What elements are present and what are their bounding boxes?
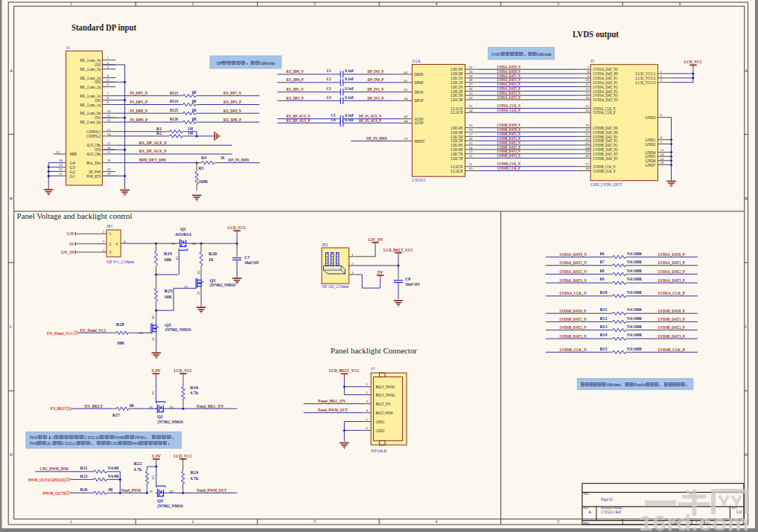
- svg-text:1K: 1K: [208, 257, 214, 262]
- svg-text:PWM: PWM: [30, 441, 37, 446]
- svg-text:RX_DP_AUX_P: RX_DP_AUX_P: [139, 140, 167, 145]
- svg-text:DP1P: DP1P: [415, 98, 424, 103]
- svg-text:ML_Lane_2p: ML_Lane_2p: [80, 85, 101, 89]
- svg-text:Hot_Det: Hot_Det: [86, 161, 101, 165]
- svg-text:CON_LVDS_OUT: CON_LVDS_OUT: [590, 182, 622, 187]
- svg-text:LVDSA_DAT3_P: LVDSA_DAT3_P: [497, 94, 520, 100]
- svg-text:5: 5: [557, 519, 559, 524]
- svg-text:1: 1: [70, 1, 72, 6]
- svg-text:1G: 1G: [175, 256, 179, 260]
- svg-text:Panle: Panle: [634, 382, 646, 387]
- svg-text:R6: R6: [599, 251, 604, 256]
- svg-text:D: D: [10, 452, 13, 457]
- svg-text:4.7k: 4.7k: [190, 391, 199, 395]
- svg-text:0R: 0R: [192, 117, 197, 121]
- svg-text:0R: 0R: [192, 108, 197, 112]
- svg-text:10K: 10K: [164, 257, 173, 262]
- svg-text:R124: R124: [170, 99, 178, 103]
- svg-text:11: 11: [469, 162, 473, 166]
- svg-text:10K: 10K: [164, 295, 173, 299]
- svg-text:27: 27: [469, 83, 474, 86]
- svg-text:3.3V: 3.3V: [151, 368, 162, 373]
- svg-text:LVDSB_DAT3_P: LVDSB_DAT3_P: [497, 153, 520, 158]
- svg-text:NA/0R: NA/0R: [108, 474, 120, 478]
- svg-text:NA/100R: NA/100R: [627, 347, 643, 351]
- svg-text:LVDS: LVDS: [491, 52, 500, 57]
- svg-text:NA/100R: NA/100R: [627, 260, 643, 264]
- svg-text:WF1x6-R: WF1x6-R: [371, 449, 386, 453]
- svg-text:4.7k: 4.7k: [133, 467, 142, 472]
- svg-text:Panel_PWM_OUT: Panel_PWM_OUT: [318, 407, 348, 412]
- svg-text:11: 11: [585, 83, 589, 86]
- svg-text:GND3: GND3: [646, 115, 656, 120]
- svg-text:RX_DP0_P: RX_DP0_P: [287, 77, 304, 82]
- svg-text:CPU: CPU: [111, 441, 119, 446]
- svg-text:AUXP: AUXP: [415, 121, 424, 125]
- svg-text:LVDSA_DAT2_P: LVDSA_DAT2_P: [658, 269, 685, 274]
- svg-text:A: A: [745, 68, 748, 73]
- svg-text:RX_DP1_P: RX_DP1_P: [287, 95, 304, 100]
- svg-text:Title: Title: [583, 492, 589, 496]
- svg-text:NA/100R: NA/100R: [627, 333, 643, 337]
- svg-text:3D: 3D: [197, 270, 200, 275]
- svg-text:LCD_VCC: LCD_VCC: [173, 454, 192, 458]
- svg-text:0.1uF: 0.1uF: [345, 118, 354, 122]
- svg-text:R11: R11: [599, 307, 607, 312]
- svg-text:21: 21: [585, 132, 590, 136]
- svg-text:DP_IN_AUX_P: DP_IN_AUX_P: [359, 118, 381, 123]
- svg-text:U1A: U1A: [412, 59, 421, 63]
- svg-text:25: 25: [469, 104, 474, 108]
- svg-text:DP0N: DP0N: [415, 72, 424, 77]
- svg-text:LDC3P: LDC3P: [451, 97, 464, 102]
- svg-text:19: 19: [469, 128, 474, 132]
- svg-text:100ohm: 100ohm: [537, 52, 551, 57]
- svg-text:19: 19: [106, 172, 111, 176]
- svg-text:R28: R28: [116, 322, 124, 327]
- svg-text:18: 18: [585, 96, 590, 100]
- svg-text:24: 24: [59, 158, 63, 162]
- svg-text:A: A: [10, 68, 13, 73]
- svg-text:17: 17: [585, 92, 590, 95]
- svg-text:59: 59: [404, 137, 409, 141]
- svg-text:14: 14: [469, 146, 474, 150]
- svg-text:2S: 2S: [151, 337, 155, 341]
- svg-text:C8: C8: [405, 277, 410, 281]
- svg-text:24: 24: [469, 109, 474, 112]
- svg-text:26: 26: [469, 87, 474, 91]
- svg-text:62: 62: [404, 71, 409, 74]
- svg-text:0R: 0R: [192, 90, 197, 94]
- svg-text:2S: 2S: [149, 406, 153, 409]
- svg-text:DP_IN1_N: DP_IN1_N: [367, 86, 383, 92]
- svg-text:100ohm: 100ohm: [606, 382, 620, 387]
- svg-text:15: 15: [469, 141, 474, 145]
- svg-text:10: 10: [585, 78, 590, 82]
- svg-text:3.3V: 3.3V: [151, 454, 162, 458]
- svg-text:23: 23: [59, 163, 63, 167]
- svg-text:LL1CP: LL1CP: [451, 110, 464, 115]
- svg-text:0R: 0R: [192, 99, 197, 103]
- svg-text:RX_DP_AUX_P: RX_DP_AUX_P: [287, 118, 310, 123]
- svg-text:12: 12: [106, 118, 111, 122]
- svg-text:ML_Lane_3p: ML_Lane_3p: [80, 67, 101, 71]
- svg-text:R19: R19: [164, 251, 172, 256]
- svg-text:NA/0R: NA/0R: [108, 466, 120, 470]
- svg-text:ML_Lane_0n: ML_Lane_0n: [80, 111, 101, 115]
- svg-text:5: 5: [557, 1, 559, 6]
- svg-text:25: 25: [660, 157, 665, 161]
- svg-text:D: D: [745, 452, 748, 457]
- svg-text:RX_DP0_N: RX_DP0_N: [223, 108, 241, 113]
- svg-text:3: 3: [109, 250, 112, 254]
- svg-text:3: 3: [313, 1, 316, 6]
- svg-text:DP_IN0_N: DP_IN0_N: [367, 68, 383, 74]
- svg-text:28: 28: [469, 78, 474, 82]
- svg-text:LDC7P: LDC7P: [451, 156, 464, 161]
- svg-text:LCD_VCC: LCD_VCC: [228, 225, 246, 230]
- svg-text:LVDSB_CLK_P: LVDSB_CLK_P: [658, 347, 685, 352]
- svg-text:DP_IN_HPD: DP_IN_HPD: [366, 135, 387, 141]
- svg-text:ML_Lane_1p: ML_Lane_1p: [80, 103, 101, 107]
- svg-text:LVDSA_DAT3_N: LVDSA_DAT3_N: [560, 278, 587, 283]
- svg-text:BKLT_EN: BKLT_EN: [376, 402, 392, 406]
- svg-text:0.1uF: 0.1uF: [345, 95, 354, 100]
- svg-text:IN_DP0_N: IN_DP0_N: [130, 108, 147, 113]
- svg-text:LVDSA_DAT1_N: LVDSA_DAT1_N: [560, 260, 587, 265]
